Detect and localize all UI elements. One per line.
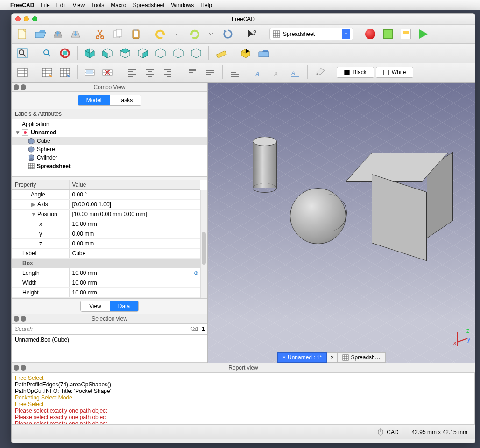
doc-tab-unnamed[interactable]: ×Unnamed : 1* (277, 352, 327, 363)
merge-cells-button[interactable] (82, 64, 98, 80)
axis-indicator[interactable]: z y x (453, 328, 471, 346)
menu-macro[interactable]: Macro (111, 2, 126, 8)
cut-button[interactable] (92, 26, 108, 42)
import-spreadsheet-button[interactable] (39, 64, 55, 80)
menu-help[interactable]: Help (200, 2, 212, 8)
fit-all-button[interactable] (14, 45, 30, 61)
clear-search-icon[interactable]: ⌫ (188, 326, 200, 332)
report-view-panel: Report view Free Select PathProfileEdges… (12, 363, 475, 425)
redo-menu-button[interactable] (204, 27, 218, 41)
menu-edit[interactable]: Edit (56, 2, 66, 8)
align-left-button[interactable] (124, 64, 140, 80)
top-view-button[interactable] (117, 45, 133, 61)
export-spreadsheet-button[interactable] (57, 64, 73, 80)
right-view-button[interactable] (135, 45, 151, 61)
link-icon[interactable]: ⊕ (194, 270, 198, 276)
selection-list[interactable]: Unnamed.Box (Cube) (12, 335, 207, 363)
menu-windows[interactable]: Windows (171, 2, 194, 8)
status-nav-mode[interactable]: CAD (387, 429, 398, 435)
svg-rect-14 (63, 51, 67, 55)
bold-button[interactable]: A (252, 64, 268, 80)
tab-view[interactable]: View (81, 301, 110, 311)
macro-list-button[interactable] (398, 26, 414, 42)
left-view-button[interactable] (188, 45, 204, 61)
svg-rect-36 (343, 355, 348, 360)
menu-spreadsheet[interactable]: Spreadsheet (133, 2, 165, 8)
italic-button[interactable]: A (269, 64, 285, 80)
window-title: FreeCAD (232, 16, 255, 22)
paste-button[interactable] (128, 26, 144, 42)
group-button[interactable] (255, 45, 271, 61)
tree-item-cylinder[interactable]: Cylinder (12, 154, 207, 162)
whats-this-button[interactable]: ? (245, 26, 261, 42)
redo-button[interactable] (186, 26, 202, 42)
selection-search-input[interactable] (12, 324, 188, 334)
selection-view-panel: Selection view ⌫ 1 Unnamed.Box (Cube) (12, 314, 207, 363)
svg-text:x: x (453, 340, 456, 346)
open-button[interactable] (32, 26, 48, 42)
tree-view[interactable]: Application ▼ Unnamed Cube Sphere Cylind… (12, 119, 207, 177)
rear-view-button[interactable] (153, 45, 169, 61)
save-as-button[interactable] (68, 26, 84, 42)
scrollbar[interactable] (200, 190, 207, 298)
bottom-view-button[interactable] (170, 45, 186, 61)
tree-item-sphere[interactable]: Sphere (12, 145, 207, 154)
align-top-button[interactable] (184, 64, 200, 80)
background-color-button[interactable]: White (376, 67, 413, 78)
new-document-button[interactable] (14, 26, 30, 42)
window-close-button[interactable] (15, 16, 21, 21)
object-cylinder[interactable] (253, 137, 277, 193)
close-icon[interactable]: × (282, 354, 286, 361)
macro-stop-button[interactable] (380, 26, 396, 42)
menu-app[interactable]: FreeCAD (10, 2, 34, 8)
split-cells-button[interactable] (99, 64, 115, 80)
window-minimize-button[interactable] (24, 16, 29, 21)
part-button[interactable] (238, 45, 254, 61)
object-cube[interactable] (372, 153, 451, 251)
macro-run-button[interactable] (416, 26, 431, 42)
cell-properties-button[interactable] (312, 64, 328, 80)
tree-item-cube[interactable]: Cube (12, 137, 207, 145)
object-sphere[interactable] (290, 188, 346, 244)
undo-button[interactable] (153, 26, 169, 42)
menu-tools[interactable]: Tools (91, 2, 104, 8)
fit-selection-button[interactable] (39, 45, 55, 61)
new-spreadsheet-button[interactable] (14, 64, 30, 80)
toolbar-file: ? Spreadsheet (12, 25, 475, 44)
window-zoom-button[interactable] (32, 16, 37, 21)
report-output[interactable]: Free Select PathProfileEdges(74).areaOpS… (12, 372, 475, 425)
align-vcenter-button[interactable] (202, 64, 218, 80)
save-button[interactable] (50, 26, 66, 42)
svg-point-31 (29, 159, 34, 161)
cube-icon (28, 138, 35, 144)
cylinder-icon (28, 154, 35, 161)
workbench-selector[interactable]: Spreadsheet (269, 28, 353, 40)
tab-model[interactable]: Model (78, 95, 110, 105)
align-bottom-button[interactable] (227, 64, 243, 80)
front-view-button[interactable] (99, 45, 115, 61)
copy-button[interactable] (110, 26, 126, 42)
undo-menu-button[interactable] (170, 27, 184, 41)
doc-tab-close[interactable]: × (327, 352, 337, 363)
tab-data[interactable]: Data (110, 301, 138, 311)
tree-document[interactable]: Unnamed (31, 129, 56, 136)
combo-view-title: Combo View (12, 84, 207, 91)
align-center-button[interactable] (142, 64, 158, 80)
isometric-view-button[interactable] (82, 45, 98, 61)
svg-rect-4 (116, 29, 122, 36)
draw-style-button[interactable] (57, 45, 73, 61)
tree-item-spreadsheet[interactable]: Spreadsheet (12, 162, 207, 170)
macro-record-button[interactable] (362, 26, 378, 42)
underline-button[interactable]: A (287, 64, 303, 80)
property-grid[interactable]: PropertyValue Angle0.00 ° ▶Axis[0.00 0.0… (12, 180, 207, 299)
foreground-color-button[interactable]: Black (337, 67, 374, 78)
doc-tab-spreadsheet[interactable]: Spreadsh… (337, 352, 385, 363)
refresh-button[interactable] (220, 26, 236, 42)
svg-rect-20 (86, 70, 93, 74)
align-right-button[interactable] (160, 64, 176, 80)
menu-view[interactable]: View (72, 2, 85, 8)
menu-file[interactable]: File (41, 2, 49, 8)
measure-button[interactable] (213, 45, 229, 61)
tab-tasks[interactable]: Tasks (110, 95, 141, 105)
3d-view[interactable]: z y x ×Unnamed : 1* × Spreadsh… (208, 83, 475, 363)
